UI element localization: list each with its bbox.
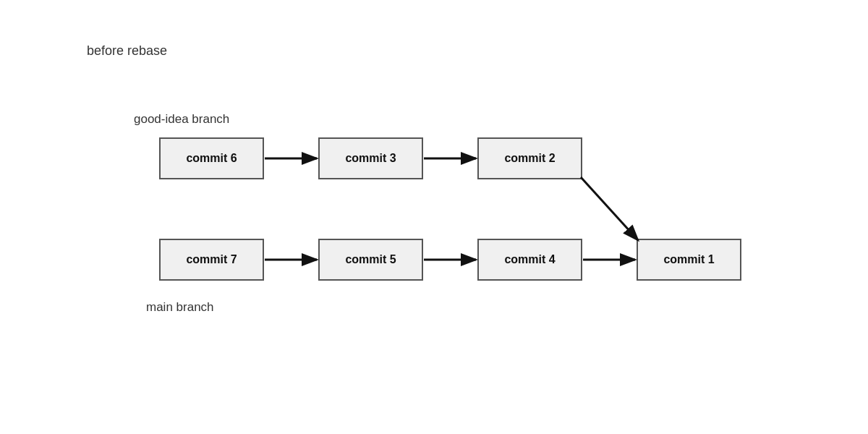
commit-box-4: commit 4 xyxy=(477,239,582,281)
arrow-2-to-1-diagonal xyxy=(581,177,638,240)
commit-box-1: commit 1 xyxy=(637,239,741,281)
commit-box-5: commit 5 xyxy=(318,239,423,281)
before-rebase-title: before rebase xyxy=(87,43,167,59)
good-idea-branch-label: good-idea branch xyxy=(134,112,229,127)
commit-box-2: commit 2 xyxy=(477,137,582,179)
arrows-svg xyxy=(0,0,868,434)
commit-box-7: commit 7 xyxy=(159,239,264,281)
main-branch-label: main branch xyxy=(146,300,214,315)
commit-box-3: commit 3 xyxy=(318,137,423,179)
commit-box-6: commit 6 xyxy=(159,137,264,179)
